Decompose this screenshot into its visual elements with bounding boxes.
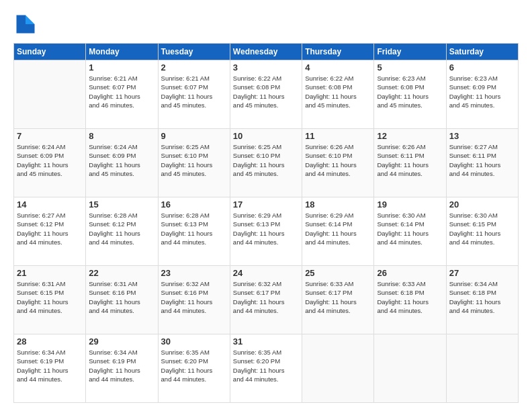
cell-info: Sunrise: 6:30 AM Sunset: 6:15 PM Dayligh… <box>449 211 515 246</box>
logo <box>13 12 40 36</box>
day-number: 18 <box>305 199 371 210</box>
cell-info: Sunrise: 6:25 AM Sunset: 6:10 PM Dayligh… <box>233 142 299 178</box>
calendar-cell: 2Sunrise: 6:21 AM Sunset: 6:07 PM Daylig… <box>158 60 230 129</box>
calendar-cell: 13Sunrise: 6:27 AM Sunset: 6:11 PM Dayli… <box>446 129 518 197</box>
day-number: 14 <box>17 199 83 210</box>
calendar-cell: 23Sunrise: 6:32 AM Sunset: 6:16 PM Dayli… <box>158 266 230 334</box>
day-number: 2 <box>161 62 227 73</box>
calendar-cell: 31Sunrise: 6:35 AM Sunset: 6:20 PM Dayli… <box>230 334 302 403</box>
calendar-cell: 24Sunrise: 6:32 AM Sunset: 6:17 PM Dayli… <box>230 266 302 334</box>
cell-info: Sunrise: 6:31 AM Sunset: 6:16 PM Dayligh… <box>89 279 154 315</box>
cell-info: Sunrise: 6:28 AM Sunset: 6:13 PM Dayligh… <box>161 211 227 246</box>
calendar-cell: 1Sunrise: 6:21 AM Sunset: 6:07 PM Daylig… <box>86 60 158 129</box>
svg-marker-1 <box>26 24 35 34</box>
cell-info: Sunrise: 6:29 AM Sunset: 6:14 PM Dayligh… <box>305 211 371 246</box>
day-number: 13 <box>449 131 515 141</box>
day-header-saturday: Saturday <box>446 44 518 60</box>
cell-info: Sunrise: 6:27 AM Sunset: 6:12 PM Dayligh… <box>17 211 83 246</box>
calendar-cell: 8Sunrise: 6:24 AM Sunset: 6:09 PM Daylig… <box>86 129 158 197</box>
header <box>13 12 519 36</box>
day-number: 21 <box>17 268 83 278</box>
cell-info: Sunrise: 6:22 AM Sunset: 6:08 PM Dayligh… <box>305 74 371 109</box>
svg-marker-0 <box>26 15 35 25</box>
day-number: 16 <box>161 199 227 210</box>
day-number: 22 <box>89 268 154 278</box>
calendar-cell: 12Sunrise: 6:26 AM Sunset: 6:11 PM Dayli… <box>374 129 446 197</box>
day-number: 27 <box>449 268 515 278</box>
calendar-cell: 25Sunrise: 6:33 AM Sunset: 6:17 PM Dayli… <box>302 266 374 334</box>
calendar-cell: 20Sunrise: 6:30 AM Sunset: 6:15 PM Dayli… <box>446 197 518 266</box>
cell-info: Sunrise: 6:28 AM Sunset: 6:12 PM Dayligh… <box>89 211 154 246</box>
cell-info: Sunrise: 6:32 AM Sunset: 6:16 PM Dayligh… <box>161 279 227 315</box>
cell-info: Sunrise: 6:23 AM Sunset: 6:09 PM Dayligh… <box>449 74 515 109</box>
day-number: 28 <box>17 336 83 347</box>
calendar-cell: 10Sunrise: 6:25 AM Sunset: 6:10 PM Dayli… <box>230 129 302 197</box>
day-number: 12 <box>377 131 443 141</box>
cell-info: Sunrise: 6:25 AM Sunset: 6:10 PM Dayligh… <box>161 142 227 178</box>
day-number: 5 <box>377 62 443 73</box>
day-number: 1 <box>89 62 154 73</box>
cell-info: Sunrise: 6:35 AM Sunset: 6:20 PM Dayligh… <box>161 348 227 383</box>
day-number: 10 <box>233 131 299 141</box>
cell-info: Sunrise: 6:26 AM Sunset: 6:10 PM Dayligh… <box>305 142 371 178</box>
cell-info: Sunrise: 6:30 AM Sunset: 6:14 PM Dayligh… <box>377 211 443 246</box>
calendar-cell <box>302 334 374 403</box>
day-number: 23 <box>161 268 227 278</box>
calendar-cell <box>14 60 86 129</box>
calendar-cell: 6Sunrise: 6:23 AM Sunset: 6:09 PM Daylig… <box>446 60 518 129</box>
calendar-week-row: 14Sunrise: 6:27 AM Sunset: 6:12 PM Dayli… <box>14 197 519 266</box>
calendar-cell <box>374 334 446 403</box>
cell-info: Sunrise: 6:32 AM Sunset: 6:17 PM Dayligh… <box>233 279 299 315</box>
cell-info: Sunrise: 6:22 AM Sunset: 6:08 PM Dayligh… <box>233 74 299 109</box>
day-number: 26 <box>377 268 443 278</box>
calendar-cell: 17Sunrise: 6:29 AM Sunset: 6:13 PM Dayli… <box>230 197 302 266</box>
calendar-cell <box>446 334 518 403</box>
cell-info: Sunrise: 6:29 AM Sunset: 6:13 PM Dayligh… <box>233 211 299 246</box>
calendar-week-row: 28Sunrise: 6:34 AM Sunset: 6:19 PM Dayli… <box>14 334 519 403</box>
day-number: 25 <box>305 268 371 278</box>
calendar-cell: 18Sunrise: 6:29 AM Sunset: 6:14 PM Dayli… <box>302 197 374 266</box>
day-number: 20 <box>449 199 515 210</box>
day-number: 4 <box>305 62 371 73</box>
calendar-table: SundayMondayTuesdayWednesdayThursdayFrid… <box>13 43 519 403</box>
calendar-cell: 28Sunrise: 6:34 AM Sunset: 6:19 PM Dayli… <box>14 334 86 403</box>
day-number: 7 <box>17 131 83 141</box>
day-header-wednesday: Wednesday <box>230 44 302 60</box>
calendar-cell: 21Sunrise: 6:31 AM Sunset: 6:15 PM Dayli… <box>14 266 86 334</box>
calendar-week-row: 21Sunrise: 6:31 AM Sunset: 6:15 PM Dayli… <box>14 266 519 334</box>
day-header-tuesday: Tuesday <box>158 44 230 60</box>
cell-info: Sunrise: 6:33 AM Sunset: 6:18 PM Dayligh… <box>377 279 443 315</box>
cell-info: Sunrise: 6:27 AM Sunset: 6:11 PM Dayligh… <box>449 142 515 178</box>
calendar-header-row: SundayMondayTuesdayWednesdayThursdayFrid… <box>14 44 519 60</box>
cell-info: Sunrise: 6:31 AM Sunset: 6:15 PM Dayligh… <box>17 279 83 315</box>
cell-info: Sunrise: 6:33 AM Sunset: 6:17 PM Dayligh… <box>305 279 371 315</box>
calendar-cell: 5Sunrise: 6:23 AM Sunset: 6:08 PM Daylig… <box>374 60 446 129</box>
day-number: 17 <box>233 199 299 210</box>
day-number: 15 <box>89 199 154 210</box>
calendar-cell: 29Sunrise: 6:34 AM Sunset: 6:19 PM Dayli… <box>86 334 158 403</box>
calendar-week-row: 1Sunrise: 6:21 AM Sunset: 6:07 PM Daylig… <box>14 60 519 129</box>
calendar-cell: 30Sunrise: 6:35 AM Sunset: 6:20 PM Dayli… <box>158 334 230 403</box>
day-number: 24 <box>233 268 299 278</box>
page: SundayMondayTuesdayWednesdayThursdayFrid… <box>0 0 532 411</box>
day-number: 6 <box>449 62 515 73</box>
day-number: 30 <box>161 336 227 347</box>
day-number: 11 <box>305 131 371 141</box>
calendar-cell: 26Sunrise: 6:33 AM Sunset: 6:18 PM Dayli… <box>374 266 446 334</box>
svg-rect-2 <box>17 15 26 34</box>
calendar-cell: 16Sunrise: 6:28 AM Sunset: 6:13 PM Dayli… <box>158 197 230 266</box>
cell-info: Sunrise: 6:21 AM Sunset: 6:07 PM Dayligh… <box>89 74 154 109</box>
cell-info: Sunrise: 6:26 AM Sunset: 6:11 PM Dayligh… <box>377 142 443 178</box>
cell-info: Sunrise: 6:23 AM Sunset: 6:08 PM Dayligh… <box>377 74 443 109</box>
calendar-cell: 9Sunrise: 6:25 AM Sunset: 6:10 PM Daylig… <box>158 129 230 197</box>
calendar-cell: 3Sunrise: 6:22 AM Sunset: 6:08 PM Daylig… <box>230 60 302 129</box>
day-number: 9 <box>161 131 227 141</box>
calendar-cell: 7Sunrise: 6:24 AM Sunset: 6:09 PM Daylig… <box>14 129 86 197</box>
day-number: 3 <box>233 62 299 73</box>
cell-info: Sunrise: 6:34 AM Sunset: 6:18 PM Dayligh… <box>449 279 515 315</box>
day-header-sunday: Sunday <box>14 44 86 60</box>
calendar-cell: 14Sunrise: 6:27 AM Sunset: 6:12 PM Dayli… <box>14 197 86 266</box>
day-number: 31 <box>233 336 299 347</box>
day-header-thursday: Thursday <box>302 44 374 60</box>
calendar-cell: 19Sunrise: 6:30 AM Sunset: 6:14 PM Dayli… <box>374 197 446 266</box>
